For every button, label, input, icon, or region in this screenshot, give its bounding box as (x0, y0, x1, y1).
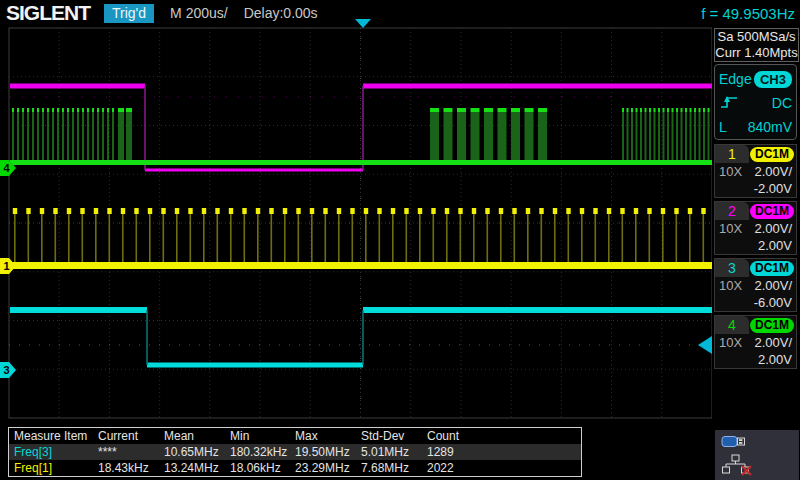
probe-ratio: 10X (719, 334, 742, 351)
channel-box-2[interactable]: 2 DC1M 10X 2.00V/ 2.00V (714, 201, 797, 255)
probe-ratio: 10X (719, 163, 742, 180)
trigger-level-value: 840mV (748, 119, 792, 135)
measurement-item-label: Freq[1] (9, 460, 93, 476)
channel-number: 4 (715, 316, 749, 334)
volts-per-div: 2.00V/ (754, 334, 792, 351)
measurement-item-label: Freq[3] (9, 444, 93, 460)
trigger-source-badge: CH3 (754, 71, 792, 88)
measurement-row: Freq[1] 18.43kHz 13.24MHz 18.06kHz 23.29… (9, 460, 581, 476)
probe-ratio: 10X (719, 277, 742, 294)
channel-number: 3 (715, 259, 749, 277)
channel-box-4[interactable]: 4 DC1M 10X 2.00V/ 2.00V (714, 315, 797, 369)
sidebar: Sa 500MSa/s Curr 1.40Mpts Edge CH3 DC L … (713, 28, 800, 480)
waveform-display[interactable]: 413 (0, 18, 712, 428)
volts-per-div: 2.00V/ (754, 277, 792, 294)
channel-coupling-badge: DC1M (750, 318, 794, 333)
acquisition-info-box[interactable]: Sa 500MSa/s Curr 1.40Mpts (714, 28, 799, 62)
usb-icon (721, 433, 747, 454)
col-max: Max (290, 428, 356, 444)
volts-per-div: 2.00V/ (754, 163, 792, 180)
col-min: Min (225, 428, 290, 444)
channel-number: 2 (715, 202, 749, 220)
channel-offset: 2.00V (758, 237, 792, 254)
channel-number: 1 (715, 145, 749, 163)
col-measure-item: Measure Item (9, 428, 93, 444)
rising-edge-icon (719, 94, 739, 113)
trigger-level-label: L (719, 119, 727, 135)
trigger-info-box[interactable]: Edge CH3 DC L 840mV (714, 64, 797, 140)
svg-text:1: 1 (4, 260, 10, 272)
channel-coupling-badge: DC1M (750, 147, 794, 162)
channel-box-1[interactable]: 1 DC1M 10X 2.00V/ -2.00V (714, 144, 797, 198)
probe-ratio: 10X (719, 220, 742, 237)
measurement-table: Measure Item Current Mean Min Max Std-De… (8, 427, 582, 477)
svg-text:3: 3 (4, 364, 10, 376)
sample-rate-readout: Sa 500MSa/s (715, 29, 798, 45)
measurement-row: Freq[3] **** 10.65MHz 180.32kHz 19.50MHz… (9, 444, 581, 460)
oscilloscope-screen: SIGLENT Trig'd M 200us/ Delay:0.00s f = … (0, 0, 800, 480)
status-icon-panel (715, 430, 799, 480)
lan-disconnected-icon (721, 454, 753, 480)
trigger-coupling-label: DC (772, 95, 792, 111)
trigger-type-label: Edge (719, 71, 752, 87)
channel-offset: -2.00V (754, 180, 792, 197)
channel-offset: -6.00V (754, 294, 792, 311)
channel-coupling-badge: DC1M (750, 204, 794, 219)
measurement-header-row: Measure Item Current Mean Min Max Std-De… (9, 428, 581, 444)
col-mean: Mean (159, 428, 225, 444)
col-count: Count (422, 428, 581, 444)
memory-depth-readout: Curr 1.40Mpts (715, 45, 798, 61)
col-current: Current (93, 428, 159, 444)
col-stddev: Std-Dev (356, 428, 422, 444)
channel-box-3[interactable]: 3 DC1M 10X 2.00V/ -6.00V (714, 258, 797, 312)
trigger-frequency-readout: f = 49.9503Hz (701, 5, 795, 22)
volts-per-div: 2.00V/ (754, 220, 792, 237)
svg-text:4: 4 (4, 162, 11, 174)
channel-offset: 2.00V (758, 351, 792, 368)
channel-coupling-badge: DC1M (750, 261, 794, 276)
